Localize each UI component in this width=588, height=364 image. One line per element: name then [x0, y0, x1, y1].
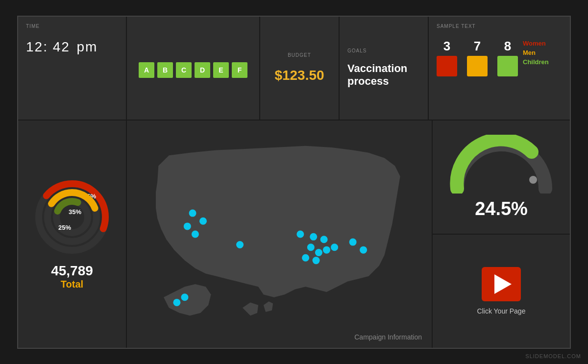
svg-point-17: [320, 236, 328, 243]
svg-text:25%: 25%: [58, 224, 71, 231]
sample-legend: Women Men Children: [523, 40, 549, 66]
alpha-btn-f[interactable]: F: [232, 62, 247, 78]
svg-point-26: [181, 293, 188, 301]
svg-point-19: [323, 246, 330, 253]
svg-point-12: [192, 230, 199, 238]
gauge-svg: [447, 135, 555, 194]
time-number: 12: 42: [26, 39, 70, 54]
budget-label: Budget: [288, 52, 311, 58]
alpha-btn-d[interactable]: D: [195, 62, 210, 78]
sample-numbers: 3 7 8: [437, 39, 518, 76]
sample-box-green: [497, 56, 518, 76]
alpha-btn-a[interactable]: A: [139, 62, 154, 78]
gauge-value: 24.5%: [475, 198, 528, 219]
time-card: TIME 12: 42 pm: [18, 17, 126, 120]
donut-svg: 45% 35% 25%: [33, 178, 111, 256]
sample-col-children: 8: [497, 39, 518, 76]
legend-women: Women: [523, 40, 549, 47]
legend-children: Children: [523, 58, 549, 66]
svg-point-24: [360, 246, 367, 253]
svg-point-20: [302, 254, 309, 261]
svg-point-9: [189, 209, 196, 217]
play-triangle-icon: [494, 274, 512, 294]
top-row: TIME 12: 42 pm A B C D E F Budget $123.5…: [18, 17, 570, 120]
svg-point-21: [313, 257, 320, 264]
svg-point-13: [236, 241, 244, 248]
alpha-buttons: A B C D E F: [139, 62, 247, 78]
svg-point-15: [310, 233, 317, 240]
sample-box-red: [437, 56, 457, 76]
budget-value: $123.50: [274, 68, 324, 83]
bottom-row: 45% 35% 25% 45,789 Total: [18, 121, 570, 348]
alpha-btn-b[interactable]: B: [157, 62, 173, 78]
sample-box-yellow: [467, 56, 488, 76]
svg-point-18: [315, 249, 322, 256]
sample-card: SAMPLE TEXT 3 7 8: [429, 17, 570, 120]
total-number: 45,789: [51, 263, 93, 279]
legend-men: Men: [523, 49, 549, 56]
play-button[interactable]: [482, 267, 521, 301]
budget-card: Budget $123.50: [260, 17, 339, 120]
click-label: Click Your Page: [477, 307, 526, 315]
right-column: 24.5% Click Your Page: [433, 121, 570, 348]
alpha-btn-e[interactable]: E: [213, 62, 229, 78]
watermark: SLIDEMODEL.COM: [525, 353, 581, 359]
map-label: Campaign Information: [354, 333, 422, 341]
goals-card: Goals Vaccinationprocess: [340, 17, 428, 120]
total-label: 45,789 Total: [51, 263, 93, 290]
sample-num-8: 8: [504, 39, 511, 54]
map-card: Campaign Information: [127, 121, 432, 348]
time-label: TIME: [26, 24, 118, 29]
svg-point-14: [296, 230, 304, 238]
sample-label: SAMPLE TEXT: [437, 24, 562, 29]
total-text: Total: [51, 279, 93, 290]
sample-num-7: 7: [474, 39, 481, 54]
svg-point-10: [184, 222, 191, 230]
goals-title: Vaccinationprocess: [347, 62, 420, 88]
dashboard: TIME 12: 42 pm A B C D E F Budget $123.5…: [17, 16, 571, 349]
sample-num-3: 3: [443, 39, 450, 54]
gauge-card: 24.5%: [433, 121, 570, 234]
svg-point-11: [199, 217, 207, 224]
time-suffix: pm: [77, 39, 98, 54]
sample-col-men: 7: [467, 39, 488, 76]
goals-label: Goals: [347, 48, 420, 53]
time-value: 12: 42 pm: [26, 33, 118, 56]
sample-col-women: 3: [437, 39, 457, 76]
svg-point-22: [331, 243, 338, 251]
alpha-btn-c[interactable]: C: [176, 62, 192, 78]
svg-point-23: [349, 238, 357, 245]
svg-point-16: [307, 243, 315, 251]
svg-point-25: [173, 298, 180, 306]
click-card[interactable]: Click Your Page: [433, 235, 570, 348]
alphabet-card: A B C D E F: [127, 17, 259, 120]
us-map-svg: [127, 121, 432, 348]
donut-card: 45% 35% 25% 45,789 Total: [18, 121, 126, 348]
svg-text:35%: 35%: [69, 208, 81, 216]
svg-point-27: [529, 176, 537, 184]
